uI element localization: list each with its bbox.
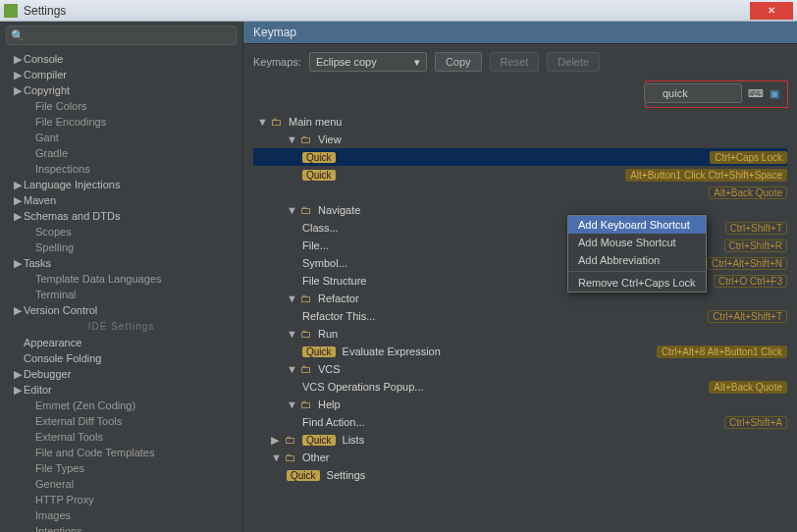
- sidebar-item[interactable]: Spelling: [0, 239, 242, 255]
- context-menu-item[interactable]: Add Mouse Shortcut: [568, 234, 706, 251]
- expand-arrow-icon[interactable]: ▼: [287, 204, 296, 216]
- keymaps-value: Eclipse copy: [316, 56, 377, 68]
- keymap-tree-row[interactable]: ▶🗀QuickLists: [253, 431, 787, 449]
- sidebar-item[interactable]: Console Folding: [0, 350, 242, 366]
- sidebar-item[interactable]: Emmet (Zen Coding): [0, 398, 242, 413]
- sidebar-item[interactable]: Gant: [0, 130, 242, 145]
- sidebar-search-input[interactable]: 🔍: [6, 26, 237, 45]
- shortcut-badge: Alt+Back Quote: [709, 186, 787, 199]
- sidebar-item[interactable]: ▶Console: [0, 51, 242, 67]
- sidebar-item-label: Images: [35, 509, 71, 521]
- sidebar-item[interactable]: File and Code Templates: [0, 445, 242, 460]
- sidebar-item[interactable]: ▶Schemas and DTDs: [0, 208, 242, 224]
- sidebar-item-label: Editor: [24, 384, 52, 396]
- keymap-tree[interactable]: ▼ 🗀 Main menu ▼🗀ViewQuickCtrl+Caps LockQ…: [243, 111, 797, 532]
- tree-node-label: Main menu: [289, 116, 342, 128]
- sidebar-item[interactable]: ▶Editor: [0, 382, 242, 398]
- keymap-tree-row[interactable]: Find Action...Ctrl+Shift+A: [253, 413, 787, 431]
- find-by-shortcut-button[interactable]: ⌨: [748, 84, 764, 102]
- panel-title: Keymap: [243, 22, 797, 44]
- shortcut-badge: Ctrl+Caps Lock: [710, 151, 787, 164]
- tree-node-label: Refactor This...: [302, 310, 375, 322]
- context-menu-item[interactable]: Add Abbreviation: [568, 251, 706, 269]
- tree-node-label: Run: [318, 328, 338, 340]
- sidebar-item[interactable]: ▶Copyright: [0, 82, 242, 98]
- keymap-tree-row[interactable]: ▼🗀View: [253, 131, 787, 148]
- reset-button[interactable]: Reset: [490, 52, 540, 72]
- sidebar-item[interactable]: Appearance: [0, 335, 242, 350]
- keymap-tree-row[interactable]: ▼🗀Navigate: [253, 201, 787, 219]
- sidebar-item-label: General: [35, 478, 74, 490]
- sidebar-item[interactable]: External Tools: [0, 429, 242, 445]
- tree-node-label: Class...: [302, 222, 339, 234]
- expand-arrow-icon: ▶: [14, 304, 24, 317]
- sidebar-item[interactable]: External Diff Tools: [0, 413, 242, 429]
- shortcut-badge: Ctrl+Shift+A: [724, 416, 787, 429]
- keymap-tree-row[interactable]: File...Ctrl+Shift+R: [253, 237, 787, 254]
- sidebar-item[interactable]: Intentions: [0, 523, 242, 532]
- keymap-tree-row[interactable]: Symbol...Ctrl+Alt+Shift+N: [253, 254, 787, 272]
- sidebar-item[interactable]: HTTP Proxy: [0, 492, 242, 507]
- sidebar-item-label: Maven: [24, 194, 56, 206]
- sidebar-item-label: Inspections: [35, 163, 90, 175]
- search-icon: 🔍: [11, 29, 25, 42]
- folder-icon: 🗀: [285, 434, 295, 446]
- sidebar-item[interactable]: ▶Compiler: [0, 67, 242, 82]
- quick-highlight-badge: Quick: [302, 435, 336, 446]
- delete-button[interactable]: Delete: [547, 52, 600, 72]
- sidebar-item[interactable]: ▶Version Control: [0, 302, 242, 318]
- tree-node-label: VCS Operations Popup...: [302, 381, 424, 393]
- expand-arrow-icon[interactable]: ▼: [287, 293, 296, 304]
- sidebar-item[interactable]: File Encodings: [0, 114, 242, 130]
- expand-arrow-icon[interactable]: ▼: [287, 328, 296, 340]
- sidebar-item[interactable]: Scopes: [0, 224, 242, 239]
- sidebar-item[interactable]: General: [0, 476, 242, 492]
- keymap-search-input[interactable]: [644, 83, 742, 103]
- keymap-tree-row[interactable]: Alt+Back Quote: [253, 184, 787, 201]
- expand-arrow-icon[interactable]: ▼: [257, 116, 267, 128]
- keymap-tree-row[interactable]: QuickSettings: [253, 466, 787, 484]
- keymap-tree-row[interactable]: QuickEvaluate ExpressionCtrl+Alt+8 Alt+B…: [253, 343, 787, 360]
- keymap-tree-row[interactable]: Refactor This...Ctrl+Alt+Shift+T: [253, 307, 787, 325]
- sidebar-item-label: External Tools: [35, 431, 103, 443]
- sidebar-item[interactable]: File Colors: [0, 98, 242, 114]
- sidebar-item[interactable]: ▶Tasks: [0, 255, 242, 271]
- filter-button[interactable]: ▣: [770, 84, 779, 102]
- expand-arrow-icon[interactable]: ▶: [271, 434, 281, 447]
- sidebar-item-label: Console: [24, 53, 63, 65]
- tree-node-label: Symbol...: [302, 257, 347, 269]
- sidebar-item[interactable]: ▶Maven: [0, 192, 242, 208]
- keymap-tree-row[interactable]: ▼🗀Other: [253, 449, 787, 466]
- sidebar-item[interactable]: Template Data Languages: [0, 271, 242, 287]
- sidebar-item-label: Debugger: [24, 368, 71, 380]
- expand-arrow-icon[interactable]: ▼: [287, 363, 296, 375]
- keymap-tree-row[interactable]: QuickAlt+Button1 Click Ctrl+Shift+Space: [253, 166, 787, 184]
- expand-arrow-icon: ▶: [14, 69, 24, 81]
- sidebar-item[interactable]: Gradle: [0, 145, 242, 161]
- context-menu-item[interactable]: Add Keyboard Shortcut: [568, 216, 706, 234]
- keymap-tree-row[interactable]: VCS Operations Popup...Alt+Back Quote: [253, 378, 787, 396]
- sidebar-item[interactable]: File Types: [0, 460, 242, 476]
- sidebar-item[interactable]: Images: [0, 507, 242, 523]
- keymap-tree-row[interactable]: Class...Ctrl+Shift+T: [253, 219, 787, 237]
- keymap-tree-row[interactable]: ▼🗀VCS: [253, 360, 787, 378]
- sidebar-item[interactable]: ▶Debugger: [0, 366, 242, 382]
- keymap-tree-row[interactable]: ▼🗀Refactor: [253, 290, 787, 307]
- sidebar-item[interactable]: Inspections: [0, 161, 242, 177]
- keymap-tree-row[interactable]: File StructureCtrl+O Ctrl+F3: [253, 272, 787, 290]
- copy-button[interactable]: Copy: [435, 52, 482, 72]
- sidebar-item-label: Schemas and DTDs: [24, 210, 120, 222]
- expand-arrow-icon[interactable]: ▼: [287, 399, 296, 410]
- keymap-tree-row[interactable]: ▼🗀Help: [253, 396, 787, 413]
- context-menu-item[interactable]: Remove Ctrl+Caps Lock: [568, 274, 706, 292]
- sidebar-item[interactable]: Terminal: [0, 287, 242, 302]
- settings-sidebar: 🔍 ▶Console▶Compiler▶CopyrightFile Colors…: [0, 22, 243, 532]
- expand-arrow-icon[interactable]: ▼: [287, 133, 296, 145]
- keymap-tree-row[interactable]: ▼🗀Run: [253, 325, 787, 343]
- keymaps-dropdown[interactable]: Eclipse copy ▾: [309, 52, 427, 72]
- shortcut-badge: Ctrl+Alt+Shift+N: [707, 257, 787, 270]
- keymap-tree-row[interactable]: QuickCtrl+Caps Lock: [253, 148, 787, 166]
- expand-arrow-icon[interactable]: ▼: [271, 452, 281, 463]
- sidebar-item[interactable]: ▶Language Injections: [0, 177, 242, 192]
- window-close-button[interactable]: ✕: [750, 2, 793, 20]
